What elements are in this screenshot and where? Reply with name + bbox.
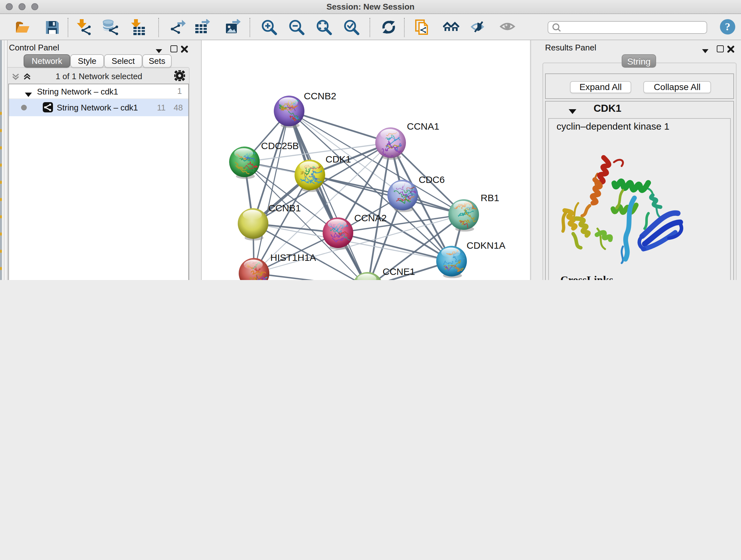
svg-text:CDC6: CDC6 <box>419 174 445 185</box>
svg-text:CDKN1A: CDKN1A <box>467 240 506 251</box>
svg-text:CDK1: CDK1 <box>326 154 351 165</box>
svg-text:CCNB2: CCNB2 <box>304 91 336 101</box>
svg-text:HIST1H1A: HIST1H1A <box>270 252 316 263</box>
svg-text:?: ? <box>725 21 731 33</box>
svg-text:CCNE1: CCNE1 <box>383 266 415 277</box>
svg-text:RB1: RB1 <box>481 192 499 203</box>
svg-text:CCNA1: CCNA1 <box>407 121 440 132</box>
svg-text:CCNB1: CCNB1 <box>268 203 301 213</box>
svg-text:CCNA2: CCNA2 <box>354 212 387 223</box>
svg-text:CDC25B: CDC25B <box>261 140 299 151</box>
